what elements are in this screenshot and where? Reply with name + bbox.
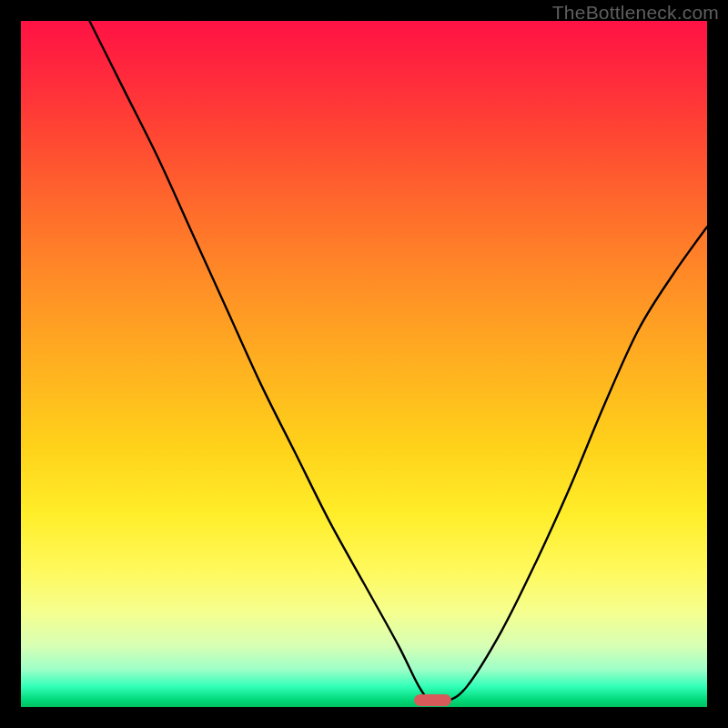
watermark-text: TheBottleneck.com	[552, 2, 719, 24]
minimum-marker	[414, 694, 451, 706]
bottleneck-curve	[21, 21, 707, 707]
curve-path	[89, 21, 707, 705]
chart-frame: TheBottleneck.com	[0, 0, 728, 728]
plot-area	[21, 21, 707, 707]
